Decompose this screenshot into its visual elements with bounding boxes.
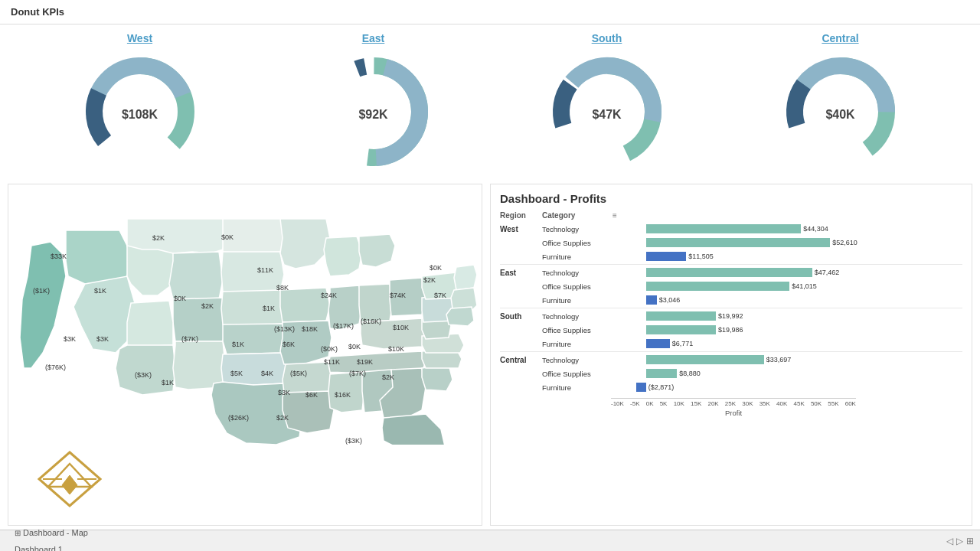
svg-text:$0K: $0K	[174, 295, 186, 302]
donuts-section: West$108KEast$92KSouth$47KCentral$40K	[0, 24, 980, 180]
bar-negative	[636, 383, 646, 392]
bar-label: $19,986	[718, 326, 743, 334]
row-category: Technology	[542, 312, 611, 321]
svg-text:($1K): ($1K)	[33, 287, 50, 295]
bar-positive	[646, 282, 789, 291]
x-axis-label: 55K	[828, 400, 838, 407]
brand-logo	[31, 448, 108, 510]
svg-marker-33	[324, 236, 362, 276]
x-axis-label: 35K	[760, 400, 770, 407]
svg-text:($5K): ($5K)	[290, 370, 307, 377]
svg-text:$24K: $24K	[321, 292, 337, 299]
chart-row: Office Supplies$8,880	[500, 367, 962, 380]
svg-text:$11K: $11K	[257, 266, 273, 274]
bar-label: $44,304	[803, 225, 828, 233]
bar-positive	[646, 252, 687, 261]
x-axis-label: 60K	[845, 400, 856, 407]
svg-text:$2K: $2K	[423, 276, 436, 284]
svg-text:$74K: $74K	[390, 292, 406, 299]
row-category: Furniture	[542, 383, 611, 392]
chart-row: Office Supplies$52,610	[500, 236, 962, 249]
bar-label: $6,771	[672, 340, 694, 347]
x-axis-label: 10K	[674, 400, 684, 407]
donut-svg-central	[779, 51, 902, 173]
tab-dashboard-1[interactable]: Dashboard 1	[6, 541, 114, 552]
row-region: Central	[500, 356, 542, 364]
svg-text:$2K: $2K	[382, 373, 394, 381]
chart-header: Region Category ≡	[500, 211, 962, 220]
chart-row: Office Supplies$19,986	[500, 324, 962, 336]
svg-marker-36	[359, 284, 393, 322]
row-category: Office Supplies	[542, 239, 611, 247]
bar-container: $19,986	[611, 325, 962, 334]
x-axis-label: 25K	[725, 400, 736, 407]
donut-svg-south	[546, 51, 668, 173]
svg-text:($17K): ($17K)	[333, 322, 354, 330]
svg-text:$0K: $0K	[430, 264, 442, 272]
chart-row: Furniture($2,871)	[500, 381, 962, 393]
row-category: Technology	[542, 269, 611, 277]
divider	[500, 308, 962, 308]
svg-text:$2K: $2K	[201, 302, 214, 310]
x-axis-label: 50K	[811, 400, 822, 407]
row-region: East	[500, 269, 542, 277]
row-category: Technology	[542, 356, 611, 364]
svg-text:($3K): ($3K)	[135, 371, 152, 379]
row-region: West	[500, 225, 542, 233]
bottom-section: $33K $2K $0K $11K $8K $24K $74K $2K $7K …	[0, 180, 980, 530]
bar-positive	[646, 295, 657, 305]
svg-text:($0K): ($0K)	[321, 345, 338, 353]
bar-label: ($2,871)	[648, 383, 675, 391]
svg-text:$6K: $6K	[305, 391, 318, 399]
bar-label: $3,046	[659, 296, 681, 304]
bar-label: $47,462	[815, 269, 840, 276]
chart-row: CentralTechnology$33,697	[500, 354, 962, 366]
filter-icon[interactable]: ≡	[612, 211, 625, 220]
svg-text:$33K: $33K	[51, 253, 67, 260]
row-category: Office Supplies	[542, 370, 611, 378]
donut-svg-east	[312, 51, 435, 173]
x-axis-label: 5K	[660, 400, 668, 407]
bar-positive	[646, 339, 670, 348]
svg-text:($3K): ($3K)	[345, 437, 362, 445]
bar-positive	[646, 311, 716, 321]
bar-positive	[646, 268, 812, 277]
svg-text:($16K): ($16K)	[361, 318, 381, 325]
svg-text:$10K: $10K	[388, 345, 404, 353]
svg-marker-52	[446, 307, 474, 326]
svg-text:$6K: $6K	[283, 341, 295, 348]
svg-marker-17	[169, 252, 223, 301]
bar-positive	[646, 369, 678, 378]
x-axis-label: 40K	[776, 400, 787, 407]
svg-text:($26K): ($26K)	[228, 414, 249, 422]
bar-container: $3,046	[611, 295, 962, 305]
svg-text:$11K: $11K	[324, 358, 340, 366]
bar-label: $41,015	[792, 282, 817, 290]
x-axis: -10K-5K0K5K10K15K20K25K30K35K40K45K50K55…	[611, 398, 962, 417]
svg-text:$0K: $0K	[348, 343, 361, 350]
svg-text:$0K: $0K	[221, 233, 234, 241]
tab-nav-left[interactable]: ◁	[946, 536, 953, 546]
svg-marker-13	[66, 230, 131, 284]
tab-nav-right[interactable]: ▷	[956, 536, 963, 546]
chart-row: Office Supplies$41,015	[500, 280, 962, 292]
bar-label: $8,880	[679, 370, 701, 377]
donut-title-west: West	[127, 32, 152, 44]
bar-container: $6,771	[611, 339, 962, 348]
svg-marker-20	[116, 345, 175, 395]
donut-central: Central$40K	[756, 32, 925, 176]
tab-dashboard---map[interactable]: ⊞Dashboard - Map	[6, 524, 114, 541]
divider	[500, 351, 962, 352]
donut-title-central: Central	[822, 32, 858, 44]
svg-text:$10K: $10K	[393, 324, 409, 331]
bar-label: $11,505	[688, 253, 714, 260]
svg-text:$19K: $19K	[357, 358, 373, 366]
x-axis-label: 15K	[691, 400, 701, 407]
chart-row: SouthTechnology$19,992	[500, 310, 962, 322]
chart-row: Furniture$11,505	[500, 250, 962, 262]
row-category: Furniture	[542, 296, 611, 305]
new-tab-btn[interactable]: ⊞	[966, 536, 974, 546]
row-category: Office Supplies	[542, 282, 611, 291]
donut-title-east: East	[362, 32, 385, 44]
svg-text:$7K: $7K	[434, 292, 446, 299]
